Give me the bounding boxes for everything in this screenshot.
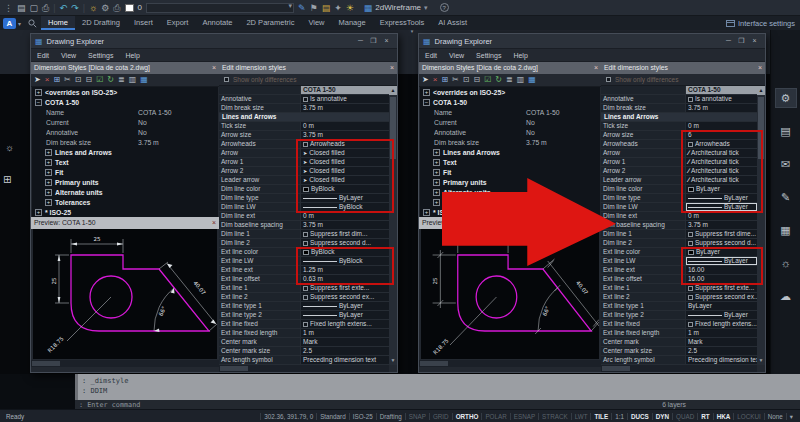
copy-icon[interactable]: ⊡ [463, 74, 470, 86]
app-logo[interactable]: A [3, 18, 16, 29]
tree-node[interactable]: +Text [32, 157, 218, 167]
regen-icon[interactable]: ↻ [107, 74, 114, 86]
grid-row-value[interactable]: ByBlock [301, 257, 389, 265]
checkbox-icon[interactable] [303, 232, 308, 237]
tree-node[interactable]: +Fit [420, 167, 600, 177]
grid-row-value[interactable]: 2.5 [686, 347, 757, 355]
close-icon[interactable]: × [758, 62, 762, 74]
tab-2d-drafting[interactable]: 2D Drafting [75, 16, 127, 30]
expand-icon[interactable]: + [423, 209, 430, 216]
menu-settings[interactable]: Settings [88, 52, 113, 59]
grid-row-value[interactable]: ByLayer [686, 248, 757, 256]
grid-row-value[interactable]: 3.75 m [686, 221, 757, 229]
render-materials-icon[interactable]: ✎ [775, 187, 797, 207]
checkbox-icon[interactable] [303, 241, 308, 246]
tab-view[interactable]: View [301, 16, 331, 30]
menu-view[interactable]: View [61, 52, 76, 59]
panel-view-icon[interactable]: ▦ [528, 74, 536, 86]
tree-property-row[interactable]: AnnotativeNo [420, 127, 600, 137]
grid-row-value[interactable]: Suppress second ex... [686, 293, 757, 301]
preview-icon[interactable]: ▢ [30, 1, 39, 15]
grid-row-value[interactable]: Arrowheads [301, 140, 389, 148]
dialog-titlebar[interactable]: ▦ Drawing Explorer ─ ❐ × [31, 34, 397, 49]
close-button[interactable]: × [748, 34, 761, 48]
tree-node[interactable]: +Alternate units [32, 187, 218, 197]
grid-row-value[interactable]: ByLayer [686, 302, 757, 310]
menu-settings[interactable]: Settings [476, 52, 501, 59]
grid-row-value[interactable]: ByLayer [301, 302, 389, 310]
grid-row-value[interactable]: Suppress first dime... [686, 230, 757, 238]
list-view-icon[interactable]: ≣ [506, 74, 513, 86]
expand-icon[interactable]: + [433, 179, 440, 186]
scroll-down-icon[interactable]: ▼ [757, 356, 765, 365]
tree-node[interactable]: +<overrides on ISO-25> [32, 87, 218, 97]
grid-row-value[interactable]: ∕Architectural tick [686, 158, 757, 166]
grid-row-value[interactable]: ➤Closed filled [301, 149, 389, 157]
grid-row-value[interactable]: Suppress first exte... [686, 284, 757, 292]
tree-node[interactable]: −COTA 1-50 [32, 97, 218, 107]
scroll-up-icon[interactable]: ▲ [757, 86, 765, 95]
copy-icon[interactable]: ⊡ [75, 74, 82, 86]
expand-icon[interactable]: + [45, 169, 52, 176]
grid-row-value[interactable]: Arrowheads [686, 140, 757, 148]
grid-row-value[interactable]: 0 m [301, 122, 389, 130]
menu-help[interactable]: Help [125, 52, 139, 59]
tree-node[interactable]: +Tolerances [32, 197, 218, 207]
grid-row-value[interactable]: ∕Architectural tick [686, 167, 757, 175]
print-icon[interactable]: ⎙ [42, 1, 49, 15]
status-toggle-rt[interactable]: RT [697, 413, 712, 420]
checkbox-icon[interactable] [303, 322, 308, 327]
status-toggle-hka[interactable]: HKA [713, 413, 734, 420]
layers-icon[interactable]: ▤ [775, 121, 797, 141]
expand-icon[interactable]: + [45, 159, 52, 166]
status-toggle-tile[interactable]: TILE [590, 413, 611, 420]
undo-icon[interactable]: ↶ [60, 1, 68, 15]
status-toggle-ducs[interactable]: DUCS [627, 413, 652, 420]
grid-row-value[interactable]: Is annotative [301, 95, 389, 103]
grid-row-value[interactable]: Preceding dimension text [686, 356, 757, 364]
tree-property-row[interactable]: AnnotativeNo [32, 127, 218, 137]
grid-row-value[interactable]: Suppress second d... [686, 239, 757, 247]
set-current-icon[interactable]: ☑ [484, 74, 491, 86]
tree-node[interactable]: +* ISO-25 [32, 207, 218, 217]
cut-icon[interactable]: ✂ [64, 74, 71, 86]
grid-row-value[interactable]: 16.00 [686, 266, 757, 274]
list-view-icon[interactable]: ≣ [118, 74, 125, 86]
grid-row-value[interactable]: ByLayer [686, 311, 757, 319]
chevron-down-icon[interactable]: ▾ [18, 20, 21, 27]
expand-icon[interactable]: + [45, 199, 52, 206]
cut-icon[interactable]: ✂ [452, 74, 459, 86]
checkbox-icon[interactable] [303, 286, 308, 291]
tree-node[interactable]: −COTA 1-50 [420, 97, 600, 107]
menu-view[interactable]: View [449, 52, 464, 59]
new-style-icon[interactable]: ➤ [422, 74, 429, 86]
grid-row-value[interactable]: ByLayer [301, 311, 389, 319]
grid-row-value[interactable]: 0 m [686, 212, 757, 220]
tab-export[interactable]: Export [160, 16, 196, 30]
collapse-icon[interactable]: − [35, 99, 42, 106]
expand-icon[interactable]: + [45, 149, 52, 156]
close-icon[interactable]: × [212, 62, 216, 74]
layer-combobox[interactable]: ▾ [146, 3, 294, 13]
paste-icon[interactable]: ⊟ [473, 74, 480, 86]
tree-node[interactable]: +Fit [32, 167, 218, 177]
grid-vscrollbar[interactable]: ▲ ▼ [757, 86, 765, 365]
status-toggle-lwt[interactable]: LWT [571, 413, 591, 420]
expand-icon[interactable]: + [45, 179, 52, 186]
grid-row-value[interactable]: 6 [686, 131, 757, 139]
checkbox-icon[interactable] [688, 286, 693, 291]
match-props-icon[interactable]: ✦ [334, 1, 342, 15]
grid-row-value[interactable]: Suppress first exte... [301, 284, 389, 292]
panel-view-icon[interactable]: ▦ [140, 74, 148, 86]
interface-settings-button[interactable]: Interface settings [726, 19, 800, 28]
grid-row-value[interactable]: ➤Closed filled [301, 167, 389, 175]
expand-icon[interactable]: + [35, 209, 42, 216]
grid-row-value[interactable]: Mark [686, 338, 757, 346]
tab-insert[interactable]: Insert [127, 16, 160, 30]
collapse-icon[interactable]: − [423, 99, 430, 106]
delete-icon[interactable]: × [433, 74, 438, 86]
expand-icon[interactable]: + [35, 89, 42, 96]
columns-view-icon[interactable]: ▥ [517, 74, 525, 86]
expand-icon[interactable]: + [433, 169, 440, 176]
grid-hscrollbar[interactable] [601, 365, 757, 372]
